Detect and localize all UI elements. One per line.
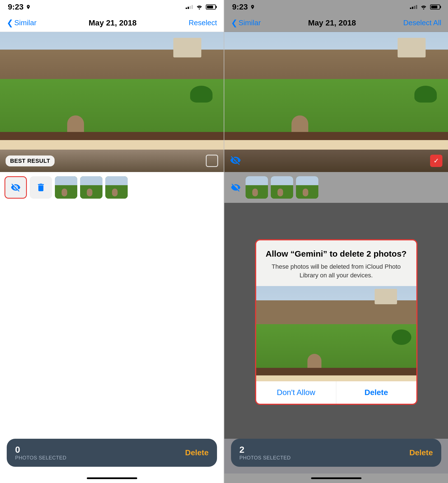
left-thumbnails-row	[0, 172, 224, 203]
alert-dialog: Allow “Gemini” to delete 2 photos? These…	[255, 239, 417, 405]
delete-button[interactable]	[30, 176, 52, 199]
right-battery-icon	[430, 4, 440, 10]
best-result-badge: BEST RESULT	[6, 155, 55, 166]
alert-message: These photos will be deleted from iCloud…	[265, 263, 408, 280]
right-photos-count: 2 PHOTOS SELECTED	[239, 445, 291, 461]
left-delete-button[interactable]: Delete	[185, 448, 209, 457]
trash-icon	[36, 182, 46, 192]
left-nav-title: May 21, 2018	[89, 18, 137, 27]
right-status-icons	[410, 4, 440, 10]
signal-bars	[186, 5, 193, 9]
eye-slash-icon	[11, 182, 21, 192]
left-content-area	[0, 203, 224, 439]
right-checkbox[interactable]: ✓	[430, 155, 442, 167]
right-hide-icon	[229, 176, 243, 199]
svg-point-1	[423, 8, 424, 10]
right-thumbnail-3[interactable]	[296, 176, 318, 199]
battery-icon	[206, 4, 216, 10]
left-nav-bar: ❮ Similar May 21, 2018 Reselect	[0, 14, 224, 32]
left-status-bar: 9:23	[0, 0, 224, 14]
location-icon	[26, 4, 31, 10]
right-main-photo	[224, 32, 448, 150]
alert-overlay: Allow “Gemini” to delete 2 photos? These…	[224, 203, 448, 439]
left-back-button[interactable]: ❮ Similar	[7, 18, 36, 27]
wifi-icon	[196, 4, 203, 10]
left-overlay-bar: BEST RESULT	[0, 150, 224, 172]
right-delete-button[interactable]: Delete	[409, 448, 433, 457]
alert-photo	[256, 286, 416, 381]
right-eye-slash-icon	[230, 155, 241, 166]
right-back-button[interactable]: ❮ Similar	[231, 18, 261, 27]
left-checkbox[interactable]	[206, 155, 218, 167]
left-main-photo	[0, 32, 224, 150]
alert-top-section: Allow “Gemini” to delete 2 photos? These…	[256, 240, 416, 286]
right-wifi-icon	[420, 4, 427, 10]
right-phone-screen: 9:23 ❮ Similar May 21, 2018	[224, 0, 448, 483]
left-photos-count: 0 PHOTOS SELECTED	[15, 445, 66, 461]
right-nav-bar: ❮ Similar May 21, 2018 Deselect All	[224, 14, 448, 32]
hide-button[interactable]	[4, 176, 27, 199]
dont-allow-button[interactable]: Don't Allow	[256, 381, 337, 404]
right-status-time: 9:23	[232, 3, 255, 11]
left-home-indicator	[0, 473, 224, 483]
right-thumbnail-2[interactable]	[271, 176, 293, 199]
right-deselect-all-button[interactable]: Deselect All	[403, 18, 441, 27]
right-home-indicator	[224, 473, 448, 483]
alert-delete-button[interactable]: Delete	[336, 381, 416, 404]
alert-buttons: Don't Allow Delete	[256, 381, 416, 404]
right-bottom-bar: 2 PHOTOS SELECTED Delete	[231, 439, 441, 467]
left-bottom-bar: 0 PHOTOS SELECTED Delete	[7, 439, 217, 467]
thumbnail-2[interactable]	[80, 176, 102, 199]
right-signal-bars	[410, 5, 417, 9]
left-phone-screen: 9:23 ❮ Similar May 21, 2018	[0, 0, 224, 483]
right-nav-title: May 21, 2018	[308, 18, 356, 27]
right-status-bar: 9:23	[224, 0, 448, 14]
thumbnail-1[interactable]	[55, 176, 77, 199]
left-status-time: 9:23	[8, 3, 31, 11]
right-thumbnail-1[interactable]	[246, 176, 268, 199]
left-status-icons	[186, 4, 216, 10]
alert-title: Allow “Gemini” to delete 2 photos?	[265, 248, 408, 259]
thumbnail-3[interactable]	[105, 176, 128, 199]
left-reselect-button[interactable]: Reselect	[189, 18, 217, 27]
right-thumbnails-row	[224, 172, 448, 203]
svg-point-0	[199, 8, 200, 10]
right-overlay-bar: ✓	[224, 150, 448, 172]
right-content-area: Allow “Gemini” to delete 2 photos? These…	[224, 203, 448, 439]
left-photo-scene	[0, 32, 224, 150]
right-location-icon	[250, 4, 255, 10]
right-eye-slash-small-icon	[231, 182, 241, 192]
